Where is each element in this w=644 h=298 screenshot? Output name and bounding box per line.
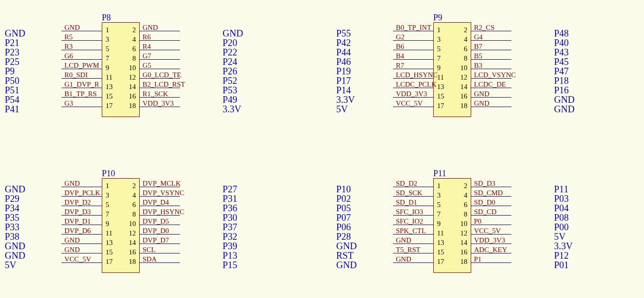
net-label-left: SD_D2: [396, 179, 417, 188]
wire-right: G0_LCD_TEP52: [140, 78, 180, 79]
net-label-right: SD_D0: [474, 198, 495, 207]
pin-row: 34G2P42G4P40: [433, 35, 471, 44]
wire-left: SD_D1P05: [393, 206, 433, 206]
wire-left: B6P44: [393, 50, 433, 50]
pin-row: 1516VDD_3V33.3VGNDGND: [433, 91, 471, 101]
port-label-right: P53: [223, 85, 237, 95]
port-label-right: GND: [554, 95, 574, 104]
net-label-right: DVP_VSYNC: [143, 188, 184, 198]
pin-row: 910LCD_PWMP9G5P26: [102, 63, 140, 72]
wire-right: VDD_3V33.3V: [471, 244, 511, 244]
port-label-left: P33: [5, 222, 57, 232]
wire-left: G3P41: [62, 107, 102, 107]
pin-number-right: 12: [460, 72, 467, 82]
pin-number-right: 12: [129, 72, 136, 82]
wire-left: LCDC_PCLKP14: [393, 88, 433, 88]
pin-number-right: 18: [129, 257, 136, 266]
port-label-right: P13: [223, 251, 237, 260]
pin-row: 910SFC_IO2P06P0P00: [433, 219, 471, 228]
wire-left: SFC_IO3P07: [393, 215, 433, 216]
wire-left: GNDGND: [393, 262, 433, 263]
port-label-right: P26: [223, 66, 237, 76]
net-label-right: SDA: [143, 254, 157, 264]
net-label-left: DVP_D2: [64, 198, 91, 207]
pin-number-right: 10: [460, 63, 467, 72]
port-label-left: P34: [5, 203, 57, 213]
pin-row: 1718VCC_5V5VGNDGND: [433, 101, 471, 110]
net-label-right: B7: [474, 42, 483, 51]
pin-number-left: 5: [106, 200, 109, 209]
port-label-left: P46: [336, 57, 388, 66]
pin-number-left: 11: [437, 228, 444, 238]
pin-number-right: 8: [464, 209, 468, 219]
pin-row: 1112LCD_HSYNCP17LCD_VSYNCP18: [433, 72, 471, 82]
net-label-left: G1_DVP_R: [64, 80, 99, 89]
port-label-right: P18: [554, 76, 569, 85]
port-label-left: P38: [5, 232, 57, 241]
net-label-left: B0_TP_INT: [396, 23, 431, 32]
pin-number-left: 17: [437, 257, 444, 266]
port-label-left: GND: [336, 241, 388, 251]
net-label-right: DVP_D7: [143, 235, 169, 245]
port-label-right: P45: [554, 57, 569, 66]
port-label-left: P25: [5, 57, 57, 66]
pin-number-left: 3: [437, 190, 441, 200]
wire-right: VCC_5V5V: [471, 234, 511, 235]
pin-number-left: 13: [437, 82, 444, 91]
net-label-left: SFC_IO3: [396, 207, 423, 217]
net-label-right: B3: [474, 61, 483, 70]
pin-row: 56R3P23R4P22: [102, 44, 140, 54]
net-label-left: DVP_D6: [64, 226, 91, 235]
net-label-left: DVP_D3: [64, 207, 91, 217]
pin-number-left: 13: [437, 238, 444, 247]
wire-left: G2P42: [393, 40, 433, 41]
port-label-left: 3.3V: [336, 95, 388, 104]
pin-row: 1112R0_SDIP50G0_LCD_TEP52: [102, 72, 140, 82]
port-label-left: P9: [5, 66, 57, 76]
port-label-left: P51: [5, 85, 57, 95]
pin-row: 910R7P19B3P47: [433, 63, 471, 72]
wire-left: SD_D2P10: [393, 187, 433, 187]
port-label-right: P47: [554, 66, 569, 76]
wire-left: R7P19: [393, 69, 433, 69]
pin-row: 910DVP_D1P33DVP_D5P37: [102, 219, 140, 228]
wire-left: R3P23: [62, 50, 102, 50]
pin-number-left: 11: [437, 72, 444, 82]
wire-left: VDD_3V33.3V: [393, 97, 433, 98]
wire-right: DVP_HSYNCP30: [140, 215, 180, 216]
net-label-left: R3: [64, 42, 73, 51]
wire-left: VCC_5V5V: [62, 262, 102, 263]
pin-row: 34DVP_PCLKP29DVP_VSYNCP31: [102, 190, 140, 200]
pin-number-left: 5: [106, 44, 109, 54]
wire-right: R6P20: [140, 40, 180, 41]
pin-number-left: 17: [106, 101, 113, 110]
net-label-left: B4: [396, 51, 404, 61]
port-label-right: P08: [554, 213, 569, 222]
port-label-left: 5V: [5, 260, 57, 270]
port-label-left: P50: [5, 76, 57, 85]
pin-number-right: 2: [464, 25, 468, 35]
wire-right: G7P24: [140, 59, 180, 60]
wire-left: VCC_5V5V: [393, 107, 433, 107]
port-label-left: P05: [336, 203, 388, 213]
port-label-left: RST: [336, 251, 388, 260]
pin-number-right: 18: [129, 101, 136, 110]
pin-number-right: 8: [464, 54, 468, 63]
pin-number-left: 17: [437, 101, 444, 110]
pin-number-left: 3: [106, 190, 109, 200]
net-label-right: LCD_VSYNC: [474, 70, 516, 80]
pin-number-left: 5: [437, 200, 441, 209]
pin-number-right: 2: [133, 181, 136, 190]
net-label-right: VDD_3V3: [474, 235, 505, 245]
pin-row: 1314GNDGNDDVP_D7P39: [102, 238, 140, 247]
port-label-right: P49: [223, 95, 237, 104]
pin-number-right: 8: [133, 54, 136, 63]
pin-number-left: 15: [106, 247, 113, 257]
port-label-left: GND: [5, 28, 57, 38]
net-label-right: R1_SCK: [143, 89, 168, 99]
port-label-right: P37: [223, 222, 237, 232]
port-label-left: P44: [336, 47, 388, 57]
pin-number-left: 1: [437, 25, 441, 35]
port-label-right: P30: [223, 213, 237, 222]
pin-number-right: 4: [133, 190, 136, 200]
